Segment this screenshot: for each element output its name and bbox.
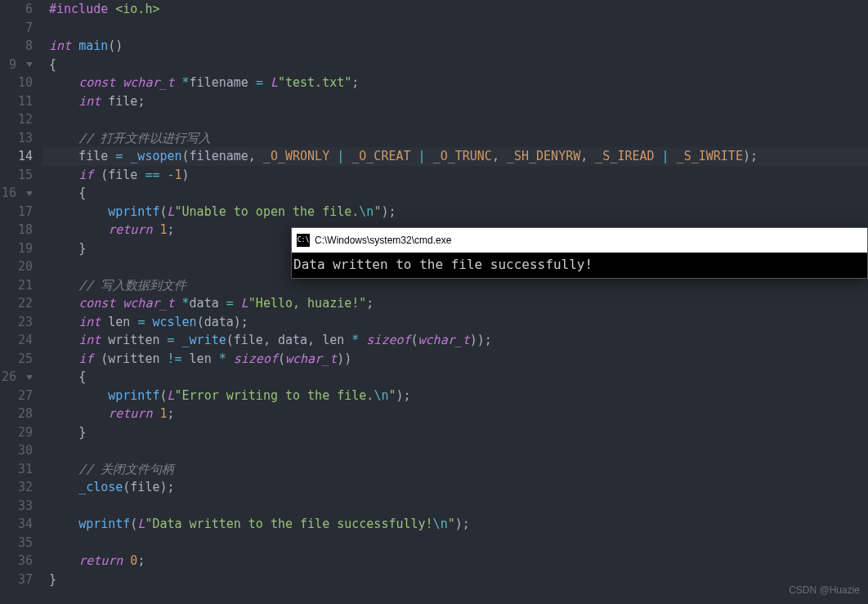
line-number: 30 bbox=[0, 441, 33, 460]
watermark: CSDN @Huazie bbox=[789, 581, 860, 600]
code-line[interactable] bbox=[43, 534, 868, 553]
code-editor[interactable]: 6789 10111213141516 17181920212223242526… bbox=[0, 0, 868, 604]
line-number: 35 bbox=[0, 534, 33, 553]
line-number: 18 bbox=[0, 221, 33, 239]
code-line[interactable] bbox=[43, 497, 868, 516]
line-number: 36 bbox=[0, 552, 33, 570]
code-line[interactable]: file = _wsopen(filename, _O_WRONLY | _O_… bbox=[43, 147, 868, 166]
code-line[interactable] bbox=[43, 110, 868, 129]
code-line[interactable]: // 打开文件以进行写入 bbox=[43, 129, 868, 148]
fold-marker-icon[interactable] bbox=[26, 62, 33, 67]
line-number: 21 bbox=[0, 276, 33, 295]
line-number: 12 bbox=[0, 110, 33, 129]
fold-marker-icon[interactable] bbox=[26, 375, 33, 380]
code-line[interactable] bbox=[43, 19, 868, 38]
code-line[interactable]: return 0; bbox=[43, 552, 868, 570]
code-line[interactable]: wprintf(L"Error writing to the file.\n")… bbox=[43, 387, 868, 405]
code-line[interactable]: _close(file); bbox=[43, 478, 868, 497]
line-number: 29 bbox=[0, 423, 33, 442]
line-number: 27 bbox=[0, 387, 33, 405]
code-line[interactable]: } bbox=[43, 423, 868, 442]
code-line[interactable]: const wchar_t *filename = L"test.txt"; bbox=[43, 74, 868, 92]
code-line[interactable]: if (written != len * sizeof(wchar_t)) bbox=[43, 350, 868, 369]
code-line[interactable]: const wchar_t *data = L"Hello, huazie!"; bbox=[43, 294, 868, 313]
line-number: 15 bbox=[0, 166, 33, 185]
code-line[interactable]: { bbox=[43, 368, 868, 387]
code-line[interactable]: wprintf(L"Unable to open the file.\n"); bbox=[43, 203, 868, 221]
line-number: 8 bbox=[0, 37, 33, 56]
line-number: 19 bbox=[0, 239, 33, 258]
line-number: 13 bbox=[0, 129, 33, 148]
line-number: 14 bbox=[0, 147, 33, 166]
line-number: 34 bbox=[0, 515, 33, 534]
line-number: 26 bbox=[0, 368, 33, 387]
line-number: 28 bbox=[0, 405, 33, 423]
code-line[interactable]: wprintf(L"Data written to the file succe… bbox=[43, 515, 868, 534]
line-number: 6 bbox=[0, 0, 33, 19]
code-line[interactable] bbox=[43, 441, 868, 460]
line-number: 16 bbox=[0, 184, 33, 203]
line-number: 25 bbox=[0, 350, 33, 369]
cmd-title: C:\Windows\system32\cmd.exe bbox=[315, 231, 451, 250]
code-line[interactable]: int written = _write(file, data, len * s… bbox=[43, 331, 868, 350]
code-line[interactable]: #include <io.h> bbox=[43, 0, 868, 19]
line-number: 22 bbox=[0, 294, 33, 313]
fold-marker-icon[interactable] bbox=[26, 191, 33, 196]
line-number: 7 bbox=[0, 19, 33, 38]
line-number: 31 bbox=[0, 460, 33, 479]
code-line[interactable]: int file; bbox=[43, 92, 868, 111]
code-line[interactable]: // 写入数据到文件 bbox=[43, 276, 868, 295]
code-line[interactable]: return 1; bbox=[43, 405, 868, 423]
gutter: 6789 10111213141516 17181920212223242526… bbox=[0, 0, 43, 604]
line-number: 10 bbox=[0, 74, 33, 92]
cmd-window[interactable]: C:\ C:\Windows\system32\cmd.exe Data wri… bbox=[291, 227, 868, 279]
line-number: 11 bbox=[0, 92, 33, 111]
code-line[interactable]: if (file == -1) bbox=[43, 166, 868, 185]
code-line[interactable]: } bbox=[43, 570, 868, 589]
line-number: 20 bbox=[0, 257, 33, 276]
code-line[interactable]: int len = wcslen(data); bbox=[43, 313, 868, 332]
line-number: 23 bbox=[0, 313, 33, 332]
line-number: 17 bbox=[0, 203, 33, 221]
code-line[interactable]: { bbox=[43, 56, 868, 74]
line-number: 9 bbox=[0, 56, 33, 74]
line-number: 37 bbox=[0, 570, 33, 589]
code-line[interactable]: { bbox=[43, 184, 868, 203]
line-number: 24 bbox=[0, 331, 33, 350]
code-line[interactable]: int main() bbox=[43, 37, 868, 56]
code-area[interactable]: #include <io.h> int main(){ const wchar_… bbox=[43, 0, 868, 604]
cmd-output: Data written to the file successfully! bbox=[292, 253, 867, 278]
cmd-titlebar[interactable]: C:\ C:\Windows\system32\cmd.exe bbox=[292, 228, 867, 253]
cmd-icon: C:\ bbox=[297, 234, 310, 247]
line-number: 32 bbox=[0, 478, 33, 497]
code-line[interactable]: // 关闭文件句柄 bbox=[43, 460, 868, 479]
line-number: 33 bbox=[0, 497, 33, 516]
